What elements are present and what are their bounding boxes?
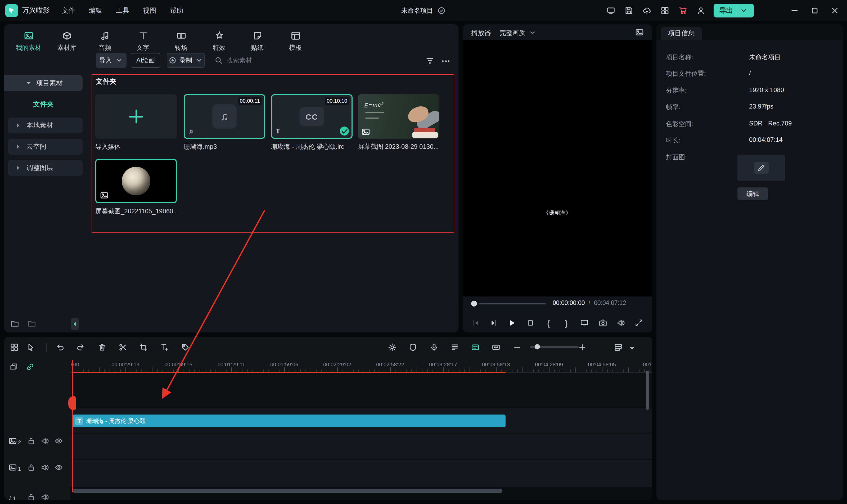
cart-icon[interactable]	[677, 4, 689, 17]
app-logo-icon[interactable]	[5, 4, 18, 17]
pointer-tool-icon[interactable]	[24, 341, 37, 354]
menu-view[interactable]: 视图	[137, 0, 162, 21]
media-thumbnail-blackboard[interactable]: E=mc²	[358, 94, 439, 139]
scissors-icon[interactable]	[116, 341, 129, 354]
timeline-tracks[interactable]: 珊瑚海 - 周杰伦 梁心颐	[70, 373, 652, 487]
media-thumbnail-moon[interactable]	[95, 159, 177, 203]
filter-icon[interactable]	[425, 56, 435, 66]
search-box[interactable]	[214, 53, 285, 68]
redo-icon[interactable]	[74, 341, 87, 354]
mirror-display-icon[interactable]	[579, 317, 591, 329]
chevron-down-icon[interactable]	[628, 344, 636, 353]
mark-in-icon[interactable]	[543, 317, 554, 329]
snapshot-icon[interactable]	[597, 317, 609, 329]
preview-area[interactable]: 《珊瑚海》	[463, 40, 652, 296]
speaker-icon[interactable]	[38, 493, 52, 500]
sidebar-item-cloud[interactable]: 云空间	[8, 139, 83, 155]
media-thumbnail-audio[interactable]: 00:00:11	[184, 94, 265, 139]
save-icon[interactable]	[623, 4, 635, 17]
new-folder-icon[interactable]	[11, 319, 19, 328]
sidebar-item-adjustment-layer[interactable]: 调整图层	[8, 160, 83, 176]
zoom-out-icon[interactable]	[511, 341, 524, 354]
zoom-slider-handle[interactable]	[535, 344, 540, 349]
ai-paint-button[interactable]: AI绘画	[131, 53, 160, 68]
grid-menu-icon[interactable]	[8, 341, 21, 354]
pencil-icon[interactable]	[754, 162, 769, 174]
collapse-sidebar-button[interactable]	[71, 318, 79, 330]
trash-icon[interactable]	[96, 341, 109, 354]
more-icon[interactable]	[441, 56, 450, 66]
track-lane-audio[interactable]	[70, 460, 652, 487]
marker-icon[interactable]	[179, 341, 192, 354]
eye-icon[interactable]	[52, 437, 66, 445]
seek-track[interactable]	[479, 303, 546, 304]
speaker-icon[interactable]	[38, 437, 52, 445]
tab-stock-media[interactable]: 素材库	[48, 28, 86, 55]
subtitle-clip[interactable]: 珊瑚海 - 周杰伦 梁心颐	[73, 415, 506, 427]
lock-icon[interactable]	[24, 437, 38, 445]
zoom-in-icon[interactable]	[576, 341, 589, 354]
layout-grid-icon[interactable]	[659, 4, 671, 17]
fullscreen-icon[interactable]	[633, 317, 645, 329]
menu-tools[interactable]: 工具	[110, 0, 135, 21]
track-lane-subtitle[interactable]: 珊瑚海 - 周杰伦 梁心颐	[70, 408, 652, 433]
next-frame-icon[interactable]	[488, 317, 500, 329]
tab-project-info[interactable]: 项目信息	[661, 27, 702, 40]
prev-frame-icon[interactable]	[470, 317, 482, 329]
crop-icon[interactable]	[137, 341, 150, 354]
import-media-tile[interactable]	[95, 94, 177, 139]
monitor-icon[interactable]	[605, 4, 617, 17]
user-icon[interactable]	[695, 4, 707, 17]
sidebar-item-local-media[interactable]: 本地素材	[8, 118, 83, 133]
auto-caption-icon[interactable]	[469, 341, 482, 354]
eye-icon[interactable]	[52, 463, 66, 472]
stop-icon[interactable]	[524, 317, 536, 329]
fit-timeline-icon[interactable]	[490, 341, 502, 354]
track-view-icon[interactable]	[612, 341, 625, 354]
media-thumbnail-lyrics[interactable]: 00:10:10 CC	[271, 94, 353, 139]
speaker-icon[interactable]	[38, 463, 52, 472]
seek-handle[interactable]	[471, 301, 477, 307]
play-icon[interactable]	[506, 317, 518, 329]
image-frame-icon[interactable]	[635, 28, 644, 37]
playhead-grip[interactable]	[68, 396, 76, 410]
link-icon[interactable]	[25, 362, 35, 372]
playhead[interactable]	[72, 360, 73, 492]
menu-edit[interactable]: 编辑	[83, 0, 108, 21]
menu-help[interactable]: 帮助	[164, 0, 189, 21]
shield-icon[interactable]	[407, 341, 419, 354]
notes-icon[interactable]	[448, 341, 461, 354]
volume-icon[interactable]	[615, 317, 627, 329]
search-input[interactable]	[227, 57, 285, 64]
export-label: 导出	[719, 6, 733, 15]
copy-track-icon[interactable]	[8, 362, 19, 372]
close-button[interactable]	[825, 0, 845, 21]
record-button[interactable]: 录制	[167, 53, 205, 68]
lock-icon[interactable]	[24, 463, 38, 472]
minimize-button[interactable]	[785, 0, 805, 21]
export-button[interactable]: 导出	[714, 4, 754, 17]
sidebar-item-folder[interactable]: 文件夹	[4, 100, 83, 109]
render-preview-icon[interactable]	[386, 341, 399, 354]
tab-my-media[interactable]: 我的素材	[10, 28, 48, 55]
mark-out-icon[interactable]	[561, 317, 572, 329]
vertical-scrollbar[interactable]	[646, 371, 649, 410]
cover-image-box[interactable]	[737, 155, 785, 181]
import-button[interactable]: 导入	[96, 53, 127, 68]
edit-cover-button[interactable]: 编辑	[737, 187, 768, 200]
text-tool-icon[interactable]	[158, 341, 171, 354]
subtitle-overlay: 《珊瑚海》	[463, 210, 652, 217]
book	[414, 128, 435, 132]
sidebar-item-project-media[interactable]: 项目素材	[4, 75, 83, 91]
horizontal-scrollbar[interactable]	[73, 489, 502, 493]
folder-icon[interactable]	[28, 319, 36, 328]
mic-icon[interactable]	[428, 341, 440, 354]
quality-dropdown[interactable]: 完整画质	[500, 26, 537, 39]
lock-icon[interactable]	[24, 493, 38, 500]
track-lane-video[interactable]	[70, 433, 652, 459]
maximize-button[interactable]	[805, 0, 825, 21]
cloud-upload-icon[interactable]	[641, 4, 653, 17]
undo-icon[interactable]	[54, 341, 67, 354]
menu-file[interactable]: 文件	[56, 0, 81, 21]
timeline-ruler[interactable]: 00:00 00:00:29:19 00:00:59:15 00:01:29:1…	[70, 360, 652, 373]
